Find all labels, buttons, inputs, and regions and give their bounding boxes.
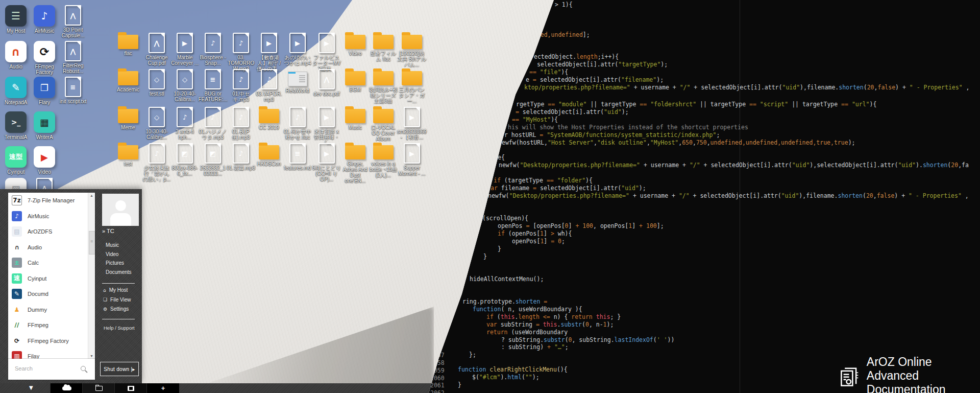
code-line: ewfw(hostURL,"Host Server","disk outline… — [502, 139, 855, 146]
desktop-file-icon[interactable]: ▶Supper Moment - ... — [397, 143, 427, 176]
taskbar-media-button[interactable] — [114, 383, 147, 393]
desktop-file-icon[interactable]: ⋀Chalenge Cup.pdf — [142, 33, 172, 66]
desktop-file-icon[interactable]: 三月のパンタシア・ガー... — [397, 69, 427, 104]
start-menu-item-dummy[interactable]: ♟Dummy — [8, 302, 95, 318]
code-line: function clearRightClickMenu(){ — [458, 366, 568, 373]
desktop-file-icon[interactable]: ◩800px-089-6_fix... — [170, 143, 200, 176]
desktop-file-icon[interactable]: [190220]紡太共 5thアルバム... — [397, 33, 427, 67]
desktop-file-icon[interactable]: ♪03. TOMORROW.mp3 — [226, 33, 256, 72]
desktop-file-icon[interactable]: ♪Biosphere - Snap... — [198, 33, 228, 66]
library-link-music[interactable]: Music — [106, 242, 119, 248]
start-menu-item-ffmpeg[interactable]: ∕∕FFmpeg — [8, 317, 95, 333]
desktop-file-icon[interactable]: 歌詞読み+初聴シリーズ 主題3曲 — [369, 69, 398, 104]
scroll-up-icon[interactable]: ▲ — [88, 194, 95, 197]
start-menu-item-7-zip-file-manager[interactable]: 7z7-Zip File Manager — [8, 193, 95, 209]
taskbar-file-view-button[interactable] — [82, 383, 115, 393]
start-menu-item-arozdfs[interactable]: ▤ArOZDFS — [8, 224, 95, 240]
taskbar-chevron-down-icon[interactable]: ▼ — [29, 385, 33, 390]
desktop-icon-label: 歌詞読み+初聴シリーズ 主題3曲 — [369, 87, 398, 104]
file-page-icon: ▶ — [404, 143, 420, 164]
library-link-documents[interactable]: Documents — [106, 269, 132, 275]
start-menu-item-ffmpeg-factory[interactable]: ⟳FFmpeg Factory — [8, 333, 95, 349]
desktop-file-icon[interactable]: RelaWorld — [283, 69, 312, 94]
desktop-file-icon[interactable]: ◇10-20-40-Calibra... — [170, 69, 200, 102]
desktop-file-icon[interactable]: Video — [340, 33, 370, 56]
desktop-file-icon[interactable]: Academic — [113, 69, 143, 93]
desktop-app-icon[interactable]: ⋀FilterReg Robust... — [58, 41, 88, 74]
search-input[interactable]: Search — [15, 365, 33, 372]
library-link-pictures[interactable]: Pictures — [106, 260, 124, 266]
desktop-file-icon[interactable]: ◇10-30-40-Calibra... — [142, 107, 172, 140]
desktop-file-icon[interactable]: ♪01.中セキ.mp3 — [226, 69, 256, 102]
desktop-file-icon[interactable]: ♪01.ハジメノウタ.mp3 — [198, 107, 228, 140]
desktop-file-icon[interactable]: ♪01.夜(P生).mp3 — [226, 107, 256, 140]
desktop-app-icon[interactable]: ☰My Host — [1, 5, 31, 34]
scrollbar-thumb[interactable] — [89, 231, 95, 255]
desktop-app-icon[interactable]: ♪AirMusic — [30, 5, 59, 34]
desktop-file-icon[interactable]: 壁倉フィルム flac — [369, 33, 398, 62]
desktop-app-icon[interactable]: ❐Flary — [30, 77, 59, 105]
desktop-app-icon[interactable]: ▶Video — [30, 146, 59, 175]
desktop-app-icon[interactable]: ▦WriterA — [30, 111, 59, 140]
start-menu-item-label: FFmpeg Factory — [28, 338, 69, 344]
desktop-app-icon[interactable]: 速型Cyinput — [1, 146, 31, 175]
desktop-app-icon[interactable]: ✎NotepadA — [1, 77, 31, 105]
folder-icon — [345, 145, 365, 159]
desktop-file-icon[interactable]: test — [113, 143, 143, 167]
library-link-video[interactable]: Video — [106, 251, 118, 257]
desktop-file-icon[interactable]: Ginger, Ashes And Dust one'EN... — [340, 143, 370, 183]
desktop-app-icon[interactable]: ≡init script.txt — [58, 77, 88, 104]
desktop-app-icon[interactable]: ∩Audio — [1, 41, 31, 70]
desktop-file-icon[interactable]: ♪少女終末旅行「雲がんの思い」p... — [142, 143, 172, 182]
start-menu-item-airmusic[interactable]: ♪AirMusic — [8, 209, 95, 224]
start-menu-item-cyinput[interactable]: 速Cyinput — [8, 271, 95, 287]
desktop-file-icon[interactable]: ▶9時にとどり (OO=II り OP)... — [312, 143, 341, 182]
desktop-file-icon[interactable]: ≡features.md — [283, 143, 312, 171]
desktop-file-icon[interactable]: ▶あの頃のいつかは.mp4 — [283, 33, 312, 66]
desktop-file-icon[interactable]: flac — [113, 33, 143, 56]
desktop-file-icon[interactable]: 口-VOCAL OO Cover Album — [369, 107, 398, 142]
start-menu-item-audio[interactable]: ∩Audio — [8, 240, 95, 256]
taskbar-cloud-button[interactable] — [50, 383, 83, 393]
desktop-file-icon[interactable]: BGM — [340, 69, 370, 93]
desktop-file-icon[interactable]: ▶【數春港人】相守 / 僅らの手... — [254, 33, 284, 72]
desktop-app-icon[interactable]: >_TerminalA — [1, 111, 31, 140]
app-list-scrollbar[interactable]: ▲ ▼ — [88, 193, 95, 359]
desktop-file-icon[interactable]: ≡BUG or FEATURE:... — [198, 69, 228, 102]
desktop-file-icon[interactable]: Music — [340, 107, 370, 130]
system-link-my-host[interactable]: ⌂My Host — [103, 287, 128, 293]
taskbar-add-button[interactable]: + — [146, 383, 179, 393]
desktop-file-icon[interactable]: ▶Marble Conveyer ... — [170, 33, 200, 66]
desktop-file-icon[interactable]: HKOSCon — [254, 143, 284, 167]
desktop-file-icon[interactable]: ◩2532832_1 03033... — [198, 143, 228, 176]
app-icon-glyph: ✎ — [5, 77, 27, 98]
desktop-file-icon[interactable]: ⋀dev doc.pdf — [312, 69, 341, 97]
desktop-file-icon[interactable]: CC 2019 — [254, 107, 284, 130]
cloud-icon — [62, 386, 71, 390]
start-menu-item-documd[interactable]: ✎Documd — [8, 286, 95, 302]
system-link-settings[interactable]: ⚙Settings — [103, 306, 129, 312]
desktop-file-icon[interactable]: Meme — [113, 107, 143, 130]
shutdown-button[interactable]: Shut down |▸ — [100, 362, 139, 376]
desktop-file-icon[interactable]: ♪01.何か世中野かせ.flac — [283, 107, 312, 140]
folder-icon — [373, 145, 394, 159]
desktop-file-icon[interactable]: ▶sm28938869 - 【初音... — [397, 107, 427, 140]
desktop-icon-label: Video — [340, 51, 370, 56]
desktop-file-icon[interactable]: ♪03.VAPOR.mp3 — [254, 69, 284, 102]
desktop-file-icon[interactable]: ▶ファルビスターターMV ?提供... — [312, 33, 341, 72]
start-menu-search[interactable]: Search — [8, 359, 95, 380]
start-menu-item-calc[interactable]: ±Calc — [8, 255, 95, 271]
desktop-file-icon[interactable]: ▶米津玄師 x 菅田将暉・『... — [312, 107, 341, 146]
help-support-link[interactable]: Help / Support — [104, 325, 135, 331]
system-link-file-view[interactable]: ❏File View — [103, 297, 131, 303]
file-page-icon: ▶ — [177, 33, 193, 53]
desktop-file-icon[interactable]: ♪01.雲篇.mp3 — [226, 143, 256, 171]
desktop-file-icon[interactable]: voices in a bottle ~15曲(2人)... — [369, 143, 398, 178]
desktop-app-icon[interactable]: ⟳FFmpeg Factory — [30, 41, 59, 75]
desktop-app-icon[interactable]: ⋀3D Point Capsule... — [58, 5, 88, 38]
scroll-down-icon[interactable]: ▼ — [88, 354, 95, 358]
desktop-file-icon[interactable]: ◇test.stl — [142, 69, 172, 97]
desktop-file-icon[interactable]: ♪3 amb-fi hph... — [170, 107, 200, 140]
search-icon[interactable] — [81, 366, 86, 371]
start-menu-item-filay[interactable]: ▥Filay — [8, 349, 95, 359]
